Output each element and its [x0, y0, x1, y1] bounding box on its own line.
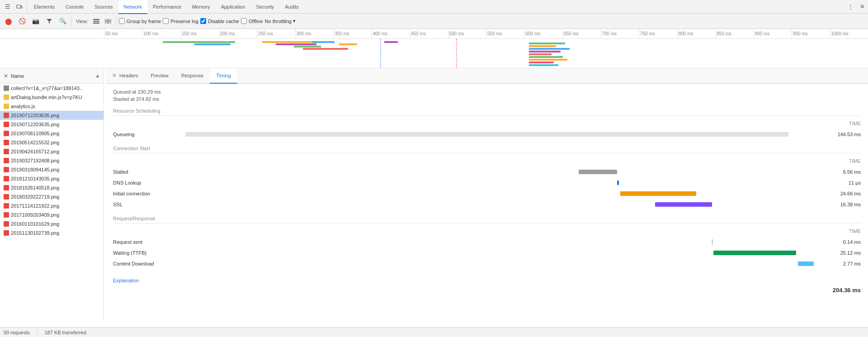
js-icon [4, 95, 9, 100]
svg-rect-4 [93, 23, 99, 24]
ruler-tick: 300 ms [295, 29, 334, 38]
record-button[interactable]: ⬤ [3, 15, 14, 27]
list-item[interactable]: 20190712203635.png [0, 111, 104, 120]
queueing-value: 144.53 ms [820, 132, 861, 137]
tab-audits[interactable]: Audits [279, 0, 304, 14]
main-content: ✕ Name ▲ collect?v=1&_v=j77&a=189143..ar… [0, 68, 868, 322]
svg-rect-25 [529, 56, 563, 58]
tab-sources[interactable]: Sources [89, 0, 118, 14]
ruler-tick: 650 ms [562, 29, 601, 38]
status-sep [37, 329, 37, 336]
devtools-menu-icon[interactable]: ☰ [2, 1, 14, 13]
group-by-frame-checkbox[interactable]: Group by frame [119, 18, 161, 24]
tab-preview[interactable]: Preview [145, 68, 175, 84]
list-item[interactable]: 20171114121922.png [0, 201, 104, 210]
camera-button[interactable]: 📷 [30, 15, 42, 27]
initial-conn-row: Initial connection 24.66 ms [113, 189, 861, 199]
tab-network[interactable]: Network [118, 0, 147, 14]
headers-tab-close[interactable]: ✕ [112, 72, 117, 79]
svg-rect-2 [93, 19, 99, 20]
list-item[interactable]: 20190318094145.png [0, 165, 104, 174]
waiting-row: Waiting (TTFB) 25.12 ms [113, 248, 861, 258]
responsive-icon[interactable] [14, 1, 25, 13]
tab-elements[interactable]: Elements [28, 0, 60, 14]
clear-button[interactable]: 🚫 [16, 15, 28, 27]
other-icon [4, 85, 9, 91]
content-download-value: 2.77 ms [820, 261, 861, 266]
explanation-link[interactable]: Explanation [113, 278, 139, 283]
svg-rect-7 [105, 22, 108, 24]
waiting-label: Waiting (TTFB) [113, 250, 185, 256]
tab-performance[interactable]: Performance [147, 0, 187, 14]
list-item[interactable]: 20190706110905.png [0, 129, 104, 138]
png-icon [4, 221, 9, 227]
list-item[interactable]: collect?v=1&_v=j77&a=189143.. [0, 84, 104, 93]
png-icon [4, 113, 9, 118]
tab-timing[interactable]: Timing [210, 68, 237, 84]
svg-rect-17 [384, 41, 398, 43]
svg-rect-28 [529, 64, 558, 66]
png-icon [4, 212, 9, 218]
ssl-row: SSL 16.38 ms [113, 199, 861, 209]
svg-rect-10 [194, 43, 231, 45]
toolbar-sep-2 [116, 17, 116, 26]
tab-headers[interactable]: ✕ Headers [106, 68, 145, 84]
preserve-log-checkbox[interactable]: Preserve log [163, 18, 198, 24]
png-icon [4, 185, 9, 190]
file-name: 20160110101629.png [11, 221, 59, 227]
request-sent-value: 0.14 ms [820, 239, 861, 245]
file-name: 20190706110905.png [11, 131, 59, 136]
dns-bar [617, 180, 619, 185]
svg-rect-9 [163, 41, 235, 43]
waiting-bar [713, 251, 796, 255]
name-column-header: Name [11, 73, 93, 79]
close-devtools-icon[interactable]: ✕ [856, 1, 868, 13]
sub-tabs: ✕ Headers Preview Response Timing [106, 68, 868, 84]
queueing-row-header: TIME [113, 119, 861, 128]
list-item[interactable]: 20190327192408.png [0, 156, 104, 165]
tab-response[interactable]: Response [175, 68, 210, 84]
tab-application[interactable]: Application [216, 0, 251, 14]
list-item[interactable]: 20190712203635.png [0, 120, 104, 129]
list-item[interactable]: artDialog.bundle.min.js?v=p7KU [0, 93, 104, 102]
offline-checkbox[interactable]: Offline [241, 18, 263, 24]
file-name: analytics.js [11, 104, 35, 109]
png-icon [4, 140, 9, 145]
svg-rect-6 [108, 19, 111, 21]
tab-console[interactable]: Console [60, 0, 89, 14]
list-view-btn[interactable] [91, 16, 101, 26]
js-icon [4, 104, 9, 109]
png-icon [4, 194, 9, 199]
tab-security[interactable]: Security [250, 0, 279, 14]
more-tabs-icon[interactable]: ⋮ [844, 1, 856, 13]
search-button[interactable]: 🔍 [57, 15, 69, 27]
svg-rect-1 [21, 6, 22, 8]
list-item[interactable]: 20160110101629.png [0, 219, 104, 228]
list-item[interactable]: 20151130102739.png [0, 228, 104, 237]
disable-cache-checkbox[interactable]: Disable cache [200, 18, 239, 24]
png-icon [4, 149, 9, 154]
list-item[interactable]: 20190514215532.png [0, 138, 104, 147]
list-item[interactable]: 20180329222719.png [0, 192, 104, 201]
list-item[interactable]: 20181026140518.png [0, 183, 104, 192]
grid-view-btn[interactable] [103, 16, 113, 26]
queueing-label: Queueing [113, 132, 185, 137]
close-panel-button[interactable]: ✕ [4, 73, 8, 79]
stalled-bar [579, 170, 617, 174]
list-item[interactable]: analytics.js [0, 102, 104, 111]
initial-conn-bar-area [185, 190, 820, 197]
list-item[interactable]: 20171009203409.png [0, 210, 104, 219]
sort-icon: ▲ [95, 73, 100, 78]
dns-row: DNS Lookup 11 μs [113, 178, 861, 188]
ruler-tick: 400 ms [372, 29, 410, 38]
tab-memory[interactable]: Memory [187, 0, 216, 14]
ssl-bar [655, 202, 712, 207]
list-item[interactable]: 20190424165712.png [0, 147, 104, 156]
req-response-header: Request/Response [113, 216, 861, 223]
list-item[interactable]: 20181210143035.png [0, 174, 104, 183]
png-icon [4, 176, 9, 181]
svg-rect-16 [339, 43, 357, 45]
bytes-transferred: 187 KB transferred [44, 330, 86, 335]
throttle-dropdown[interactable]: No throttling ▾ [265, 18, 296, 24]
filter-button[interactable] [43, 15, 55, 27]
